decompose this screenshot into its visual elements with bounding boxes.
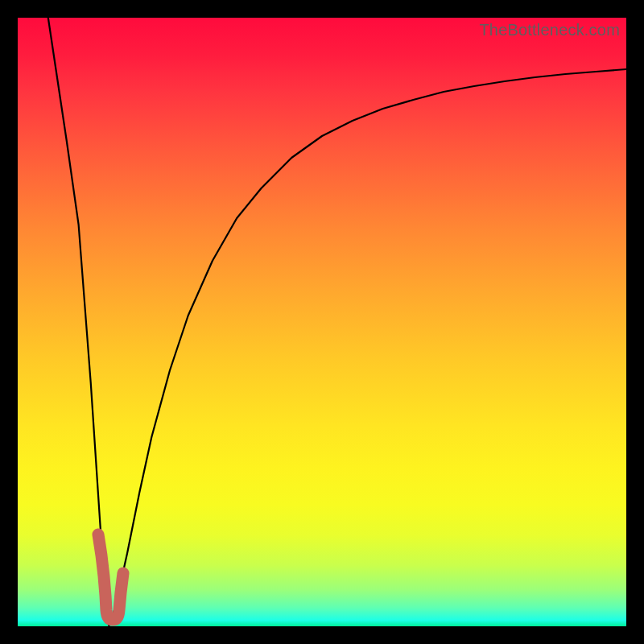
- current-config-marker: [98, 535, 123, 620]
- bottleneck-curve-path: [48, 18, 626, 626]
- chart-plot-area: TheBottleneck.com: [18, 18, 626, 626]
- bottleneck-curve-svg: [18, 18, 626, 626]
- chart-frame: TheBottleneck.com: [0, 0, 644, 644]
